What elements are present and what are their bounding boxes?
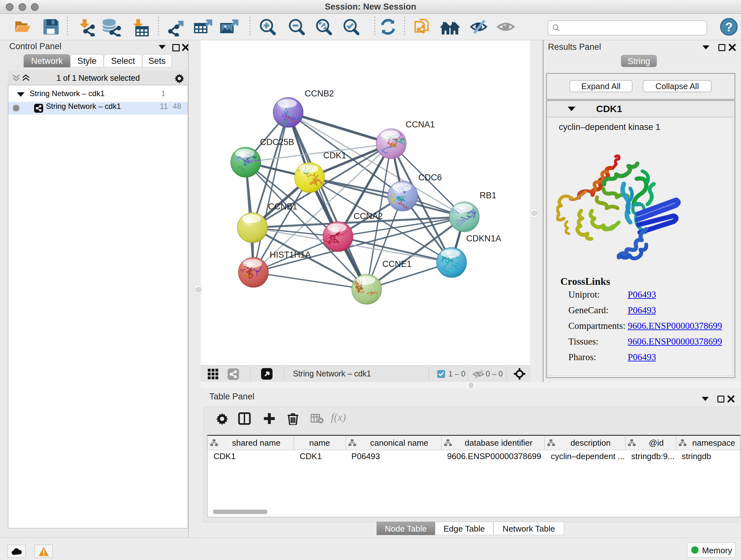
svg-text:CCNB2: CCNB2 [305, 89, 334, 98]
svg-text:HIST1H1A: HIST1H1A [270, 250, 311, 260]
svg-text:CCNE1: CCNE1 [382, 259, 412, 269]
svg-text:CDKN1A: CDKN1A [466, 234, 501, 243]
svg-text:?: ? [725, 20, 732, 34]
svg-text:CCNA2: CCNA2 [354, 211, 383, 221]
svg-text:CDK1: CDK1 [323, 151, 346, 160]
svg-text:CCNB1: CCNB1 [268, 202, 297, 211]
svg-text:CDC6: CDC6 [418, 173, 442, 182]
svg-text:CCNA1: CCNA1 [406, 120, 435, 129]
svg-text:RB1: RB1 [480, 191, 496, 200]
svg-text:CDC25B: CDC25B [260, 137, 294, 147]
